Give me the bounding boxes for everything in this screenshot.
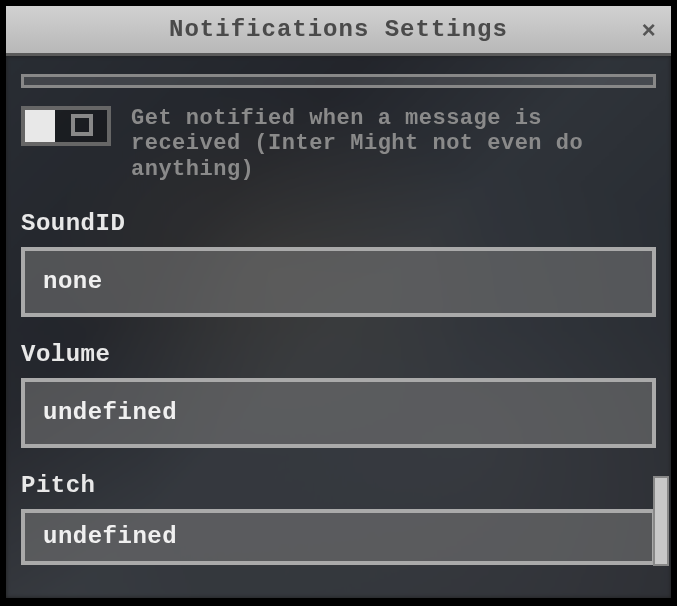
soundid-label: SoundID: [21, 210, 656, 237]
settings-window: Notifications Settings × Get notified wh…: [2, 2, 675, 602]
scroll-area: Get notified when a message is received …: [21, 66, 656, 588]
content-area: Get notified when a message is received …: [6, 56, 671, 598]
toggle-thumb: [25, 110, 55, 142]
soundid-input[interactable]: [21, 247, 656, 317]
volume-label: Volume: [21, 341, 656, 368]
volume-input[interactable]: [21, 378, 656, 448]
notification-toggle[interactable]: [21, 106, 111, 146]
notification-toggle-row: Get notified when a message is received …: [21, 106, 656, 182]
pitch-label: Pitch: [21, 472, 656, 499]
window-title: Notifications Settings: [169, 16, 508, 43]
close-icon[interactable]: ×: [642, 18, 656, 45]
toggle-off-indicator-icon: [71, 114, 93, 136]
top-divider-bar: [21, 74, 656, 88]
notification-toggle-description: Get notified when a message is received …: [131, 106, 656, 182]
pitch-input[interactable]: [21, 509, 656, 565]
titlebar: Notifications Settings ×: [6, 6, 671, 56]
scrollbar-thumb[interactable]: [653, 476, 669, 566]
